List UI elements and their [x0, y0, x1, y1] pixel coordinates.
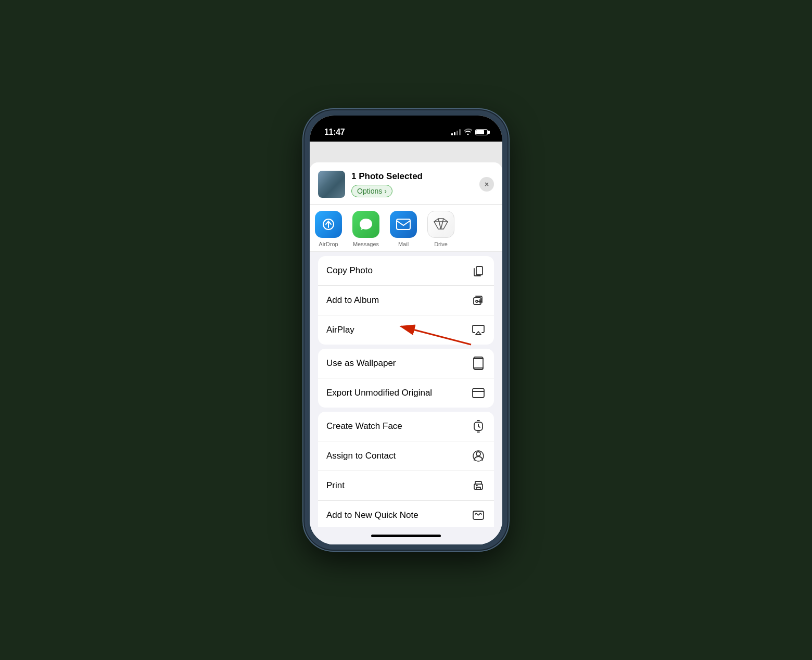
mail-icon	[390, 211, 417, 238]
svg-point-5	[476, 300, 478, 302]
wifi-icon	[464, 128, 472, 136]
assign-to-contact-label: Assign to Contact	[326, 451, 396, 461]
svg-point-19	[476, 452, 480, 456]
action-group-3: Create Watch Face	[318, 412, 494, 527]
export-original-item[interactable]: Export Unmodified Original	[318, 378, 494, 408]
home-indicator	[310, 527, 502, 544]
create-watch-face-item[interactable]: Create Watch Face	[318, 412, 494, 441]
add-to-album-item[interactable]: Add to Album	[318, 286, 494, 315]
create-watch-face-icon	[471, 419, 486, 434]
action-list: Copy Photo Add to Album	[310, 252, 502, 527]
action-group-2: Use as Wallpaper Export Unmodified Orig	[318, 349, 494, 408]
phone-frame: 11:47	[304, 110, 508, 550]
print-item[interactable]: Print	[318, 471, 494, 501]
svg-line-18	[478, 426, 480, 427]
drive-label: Drive	[434, 241, 448, 247]
photo-thumbnail	[318, 171, 345, 198]
print-icon	[471, 478, 486, 493]
app-icons-row: AirDrop Messages	[310, 205, 502, 252]
messages-icon	[352, 211, 379, 238]
export-original-icon	[471, 386, 486, 400]
add-to-album-icon	[471, 293, 486, 308]
svg-rect-3	[476, 266, 483, 275]
svg-rect-22	[476, 487, 480, 489]
dynamic-island	[373, 122, 439, 141]
airplay-label: AirPlay	[326, 325, 354, 335]
phone-screen: 11:47	[310, 116, 502, 544]
assign-to-contact-icon	[471, 449, 486, 463]
copy-photo-icon	[471, 263, 486, 278]
airdrop-icon	[315, 211, 342, 238]
add-quick-note-icon	[471, 508, 486, 523]
battery-icon	[475, 129, 488, 135]
airdrop-icon-item[interactable]: AirDrop	[310, 211, 347, 247]
svg-rect-21	[474, 484, 483, 489]
status-time: 11:47	[324, 128, 345, 137]
copy-photo-label: Copy Photo	[326, 265, 373, 276]
assign-to-contact-item[interactable]: Assign to Contact	[318, 441, 494, 471]
options-button[interactable]: Options ›	[351, 185, 392, 197]
svg-rect-12	[473, 388, 484, 398]
add-quick-note-item[interactable]: Add to New Quick Note	[318, 501, 494, 527]
use-as-wallpaper-label: Use as Wallpaper	[326, 358, 396, 369]
mail-label: Mail	[398, 241, 409, 247]
selected-title: 1 Photo Selected	[351, 171, 473, 182]
create-watch-face-label: Create Watch Face	[326, 421, 402, 431]
action-group-1: Copy Photo Add to Album	[318, 256, 494, 345]
use-as-wallpaper-item[interactable]: Use as Wallpaper	[318, 349, 494, 378]
svg-rect-2	[397, 219, 410, 230]
screen-content: 1 Photo Selected Options › ×	[310, 142, 502, 544]
export-original-label: Export Unmodified Original	[326, 388, 432, 398]
drive-icon	[427, 211, 454, 238]
print-label: Print	[326, 480, 345, 491]
use-as-wallpaper-icon	[471, 356, 486, 371]
add-to-album-label: Add to Album	[326, 295, 379, 306]
mail-icon-item[interactable]: Mail	[385, 211, 422, 247]
header-info: 1 Photo Selected Options ›	[351, 171, 473, 197]
add-quick-note-label: Add to New Quick Note	[326, 510, 418, 521]
messages-label: Messages	[353, 241, 379, 247]
share-sheet: 1 Photo Selected Options › ×	[310, 162, 502, 544]
close-button[interactable]: ×	[479, 177, 494, 192]
airdrop-label: AirDrop	[319, 241, 338, 247]
share-header: 1 Photo Selected Options › ×	[310, 162, 502, 205]
airplay-icon	[471, 323, 486, 337]
messages-icon-item[interactable]: Messages	[347, 211, 385, 247]
airplay-item[interactable]: AirPlay	[318, 315, 494, 345]
drive-icon-item[interactable]: Drive	[422, 211, 460, 247]
signal-icon	[451, 129, 461, 135]
home-bar	[371, 535, 441, 537]
status-icons	[451, 128, 488, 136]
copy-photo-item[interactable]: Copy Photo	[318, 256, 494, 286]
svg-marker-8	[476, 332, 481, 335]
status-bar: 11:47	[310, 116, 502, 142]
